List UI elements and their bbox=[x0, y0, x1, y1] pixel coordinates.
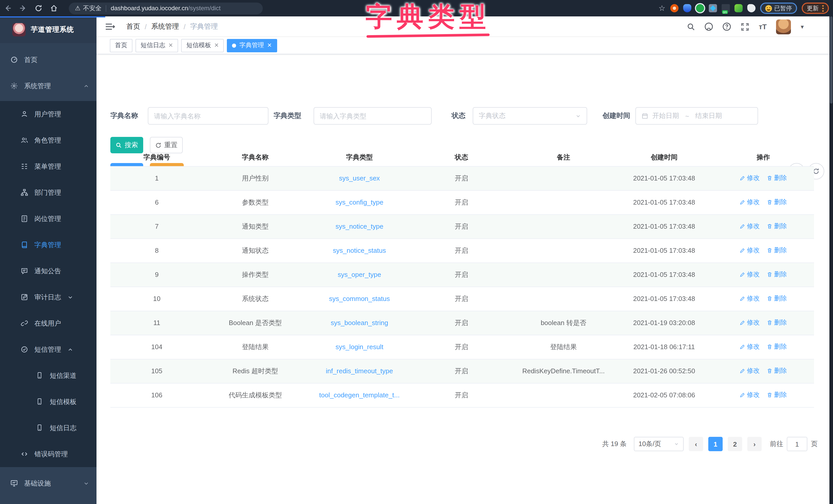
security-label[interactable]: 不安全 bbox=[83, 4, 102, 12]
delete-link[interactable]: 删除 bbox=[767, 319, 787, 327]
search-icon[interactable] bbox=[686, 22, 695, 31]
reload-icon[interactable] bbox=[31, 2, 46, 14]
extensions-puzzle-icon[interactable] bbox=[747, 4, 755, 12]
extension-icon-leaf[interactable] bbox=[734, 4, 742, 12]
sidebar-item-sms-log[interactable]: 短信日志 bbox=[0, 415, 96, 441]
github-icon[interactable] bbox=[704, 22, 713, 31]
extension-icon-orange[interactable] bbox=[670, 4, 678, 12]
forward-icon[interactable] bbox=[16, 2, 31, 14]
dict-type-field[interactable] bbox=[320, 112, 426, 120]
dict-name-field[interactable] bbox=[154, 112, 262, 120]
delete-link[interactable]: 删除 bbox=[767, 343, 787, 351]
end-date-placeholder[interactable]: 结束日期 bbox=[695, 111, 722, 121]
date-range-picker[interactable]: 开始日期 ~ 结束日期 bbox=[636, 107, 758, 125]
page-button-2[interactable]: 2 bbox=[728, 437, 742, 451]
extension-icon-on-badge[interactable]: on bbox=[721, 4, 730, 12]
extension-icon-blue-drop[interactable] bbox=[683, 4, 691, 12]
fullscreen-icon[interactable] bbox=[740, 22, 749, 31]
edit-link[interactable]: 修改 bbox=[740, 391, 760, 399]
scrollbar-thumb[interactable] bbox=[830, 17, 832, 104]
sidebar-item-dict-mgmt[interactable]: 字典管理 bbox=[0, 232, 96, 258]
cell-dict-type-link[interactable]: sys_boolean_string bbox=[307, 311, 412, 335]
url-host[interactable]: dashboard.yudao.iocoder.cn bbox=[111, 5, 188, 12]
goto-page-input[interactable] bbox=[787, 437, 807, 451]
cell-dict-type-link[interactable]: tool_codegen_template_t... bbox=[307, 383, 412, 407]
avatar-caret-icon[interactable]: ▼ bbox=[800, 24, 805, 29]
dict-type-input[interactable] bbox=[314, 107, 432, 125]
sidebar-item-post-mgmt[interactable]: 岗位管理 bbox=[0, 206, 96, 232]
delete-link[interactable]: 删除 bbox=[767, 198, 787, 207]
delete-link[interactable]: 删除 bbox=[767, 391, 787, 399]
edit-link[interactable]: 修改 bbox=[740, 343, 760, 351]
delete-link[interactable]: 删除 bbox=[767, 367, 787, 375]
tab-sms-template[interactable]: 短信模板✕ bbox=[181, 39, 224, 52]
cell-dict-type-link[interactable]: sys_login_result bbox=[307, 335, 412, 359]
sidebar-group-audit-log[interactable]: 审计日志 bbox=[0, 284, 96, 310]
home-icon[interactable] bbox=[46, 2, 62, 14]
sidebar-item-user-mgmt[interactable]: 用户管理 bbox=[0, 101, 96, 127]
cell-dict-type-link[interactable]: sys_notice_status bbox=[307, 238, 412, 262]
tab-home[interactable]: 首页 bbox=[110, 39, 133, 52]
browser-menu-icon[interactable] bbox=[822, 5, 824, 11]
delete-link[interactable]: 删除 bbox=[767, 246, 787, 255]
tab-sms-log[interactable]: 短信日志✕ bbox=[136, 39, 178, 52]
chrome-update-button[interactable]: 更新 bbox=[802, 3, 829, 14]
sidebar-item-sms-channel[interactable]: 短信渠道 bbox=[0, 362, 96, 388]
tab-dict-mgmt[interactable]: 字典管理✕ bbox=[227, 39, 277, 52]
edit-link[interactable]: 修改 bbox=[740, 270, 760, 279]
sidebar-item-dept-mgmt[interactable]: 部门管理 bbox=[0, 179, 96, 206]
avatar[interactable] bbox=[776, 19, 791, 34]
cell-dict-type-link[interactable]: inf_redis_timeout_type bbox=[307, 359, 412, 383]
hamburger-icon[interactable] bbox=[105, 22, 115, 32]
page-button-1[interactable]: 1 bbox=[708, 437, 723, 451]
delete-link[interactable]: 删除 bbox=[767, 270, 787, 279]
page-size-select[interactable]: 10条/页 bbox=[634, 437, 684, 451]
close-icon[interactable]: ✕ bbox=[214, 42, 219, 49]
sidebar-item-menu-mgmt[interactable]: 菜单管理 bbox=[0, 153, 96, 179]
sidebar-item-label: 岗位管理 bbox=[34, 214, 61, 223]
edit-link[interactable]: 修改 bbox=[740, 222, 760, 231]
sidebar-item-error-code[interactable]: 错误码管理 bbox=[0, 441, 96, 467]
sidebar-group-sms[interactable]: 短信管理 bbox=[0, 336, 96, 362]
sidebar-group-infra[interactable]: 基础设施 bbox=[0, 470, 96, 496]
breadcrumb-home[interactable]: 首页 bbox=[126, 22, 140, 31]
edit-link[interactable]: 修改 bbox=[740, 294, 760, 303]
cell-dict-type-link[interactable]: sys_user_sex bbox=[307, 166, 412, 190]
sidebar-item-role-mgmt[interactable]: 角色管理 bbox=[0, 127, 96, 153]
sidebar-item-sms-template[interactable]: 短信模板 bbox=[0, 388, 96, 415]
delete-link[interactable]: 删除 bbox=[767, 222, 787, 231]
extension-icon-gem[interactable] bbox=[709, 4, 717, 12]
app-logo[interactable]: 芋道管理系统 bbox=[0, 17, 96, 43]
sidebar-group-system[interactable]: 系统管理 bbox=[0, 73, 96, 99]
edit-link[interactable]: 修改 bbox=[740, 319, 760, 327]
delete-link[interactable]: 删除 bbox=[767, 294, 787, 303]
profile-paused-badge[interactable]: 已暂停 bbox=[760, 3, 797, 14]
start-date-placeholder[interactable]: 开始日期 bbox=[652, 111, 679, 121]
cell-dict-type-link[interactable]: sys_oper_type bbox=[307, 262, 412, 286]
bookmark-star-icon[interactable]: ☆ bbox=[659, 4, 665, 13]
extension-icon-green-circle[interactable] bbox=[696, 4, 704, 12]
close-icon[interactable]: ✕ bbox=[267, 42, 272, 49]
edit-link[interactable]: 修改 bbox=[740, 367, 760, 375]
address-bar[interactable]: ⚠ 不安全 dashboard.yudao.iocoder.cn/system/… bbox=[69, 2, 263, 14]
help-icon[interactable] bbox=[722, 22, 731, 31]
edit-link[interactable]: 修改 bbox=[740, 174, 760, 182]
cell-dict-type-link[interactable]: sys_common_status bbox=[307, 286, 412, 311]
prev-page-button[interactable]: ‹ bbox=[689, 437, 703, 451]
cell-dict-type-link[interactable]: sys_config_type bbox=[307, 190, 412, 214]
close-icon[interactable]: ✕ bbox=[168, 42, 173, 49]
dict-name-input[interactable] bbox=[148, 107, 268, 125]
font-size-icon[interactable]: тT bbox=[758, 22, 767, 31]
delete-link[interactable]: 删除 bbox=[767, 174, 787, 182]
edit-link[interactable]: 修改 bbox=[740, 246, 760, 255]
sidebar-item-home[interactable]: 首页 bbox=[0, 47, 96, 73]
sidebar-item-online-users[interactable]: 在线用户 bbox=[0, 310, 96, 336]
edit-link[interactable]: 修改 bbox=[740, 198, 760, 207]
page-scrollbar[interactable] bbox=[829, 17, 833, 504]
cell-dict-type-link[interactable]: sys_notice_type bbox=[307, 214, 412, 238]
next-page-button[interactable]: › bbox=[747, 437, 762, 451]
status-select[interactable]: 字典状态 bbox=[473, 107, 587, 125]
back-icon[interactable] bbox=[0, 2, 16, 14]
breadcrumb-system[interactable]: 系统管理 bbox=[151, 22, 179, 31]
sidebar-item-notice[interactable]: 通知公告 bbox=[0, 258, 96, 284]
